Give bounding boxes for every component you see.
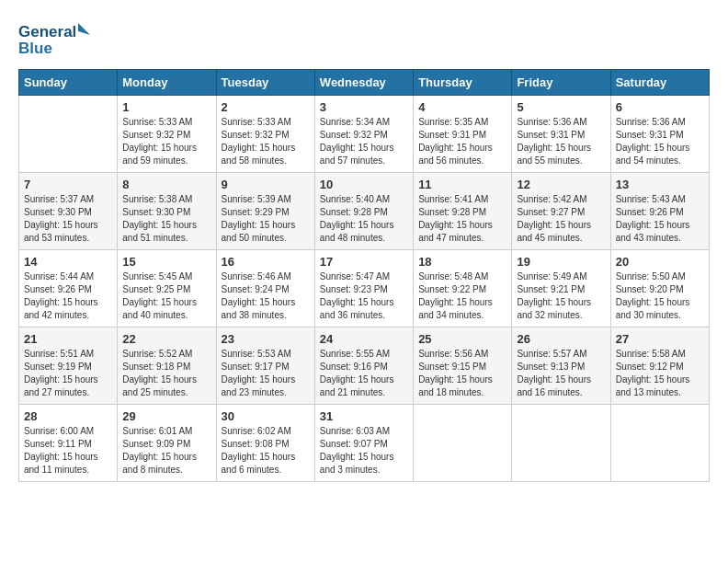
cell-content: Sunrise: 5:39 AM Sunset: 9:29 PM Dayligh… xyxy=(222,193,310,245)
calendar-week-row: 1Sunrise: 5:33 AM Sunset: 9:32 PM Daylig… xyxy=(19,96,710,173)
calendar-cell: 19Sunrise: 5:49 AM Sunset: 9:21 PM Dayli… xyxy=(512,250,610,327)
cell-content: Sunrise: 6:00 AM Sunset: 9:11 PM Dayligh… xyxy=(24,425,112,477)
calendar-cell: 29Sunrise: 6:01 AM Sunset: 9:09 PM Dayli… xyxy=(118,405,216,482)
cell-content: Sunrise: 6:02 AM Sunset: 9:08 PM Dayligh… xyxy=(222,425,310,477)
cell-content: Sunrise: 5:41 AM Sunset: 9:28 PM Dayligh… xyxy=(418,193,506,245)
cell-content: Sunrise: 5:57 AM Sunset: 9:13 PM Dayligh… xyxy=(517,348,605,399)
cell-content: Sunrise: 5:49 AM Sunset: 9:21 PM Dayligh… xyxy=(517,270,605,322)
logo-svg: GeneralBlue xyxy=(18,18,92,60)
day-number: 4 xyxy=(418,100,506,114)
calendar-cell: 10Sunrise: 5:40 AM Sunset: 9:28 PM Dayli… xyxy=(314,173,413,250)
calendar-cell xyxy=(19,96,118,173)
cell-content: Sunrise: 5:56 AM Sunset: 9:15 PM Dayligh… xyxy=(418,348,506,399)
day-number: 1 xyxy=(122,100,210,114)
day-number: 21 xyxy=(24,332,112,346)
cell-content: Sunrise: 6:03 AM Sunset: 9:07 PM Dayligh… xyxy=(320,425,408,477)
calendar-week-row: 21Sunrise: 5:51 AM Sunset: 9:19 PM Dayli… xyxy=(19,327,710,405)
calendar-cell: 18Sunrise: 5:48 AM Sunset: 9:22 PM Dayli… xyxy=(414,250,512,327)
cell-content: Sunrise: 5:37 AM Sunset: 9:30 PM Dayligh… xyxy=(24,193,112,245)
calendar-cell: 5Sunrise: 5:36 AM Sunset: 9:31 PM Daylig… xyxy=(512,96,610,173)
calendar-cell: 9Sunrise: 5:39 AM Sunset: 9:29 PM Daylig… xyxy=(216,173,314,250)
day-number: 15 xyxy=(122,255,210,269)
day-number: 24 xyxy=(320,332,408,346)
header-wednesday: Wednesday xyxy=(314,70,413,96)
header-thursday: Thursday xyxy=(414,70,512,96)
cell-content: Sunrise: 5:46 AM Sunset: 9:24 PM Dayligh… xyxy=(222,270,310,322)
day-number: 11 xyxy=(418,178,506,191)
calendar-cell: 26Sunrise: 5:57 AM Sunset: 9:13 PM Dayli… xyxy=(512,327,610,405)
cell-content: Sunrise: 5:35 AM Sunset: 9:31 PM Dayligh… xyxy=(418,116,506,167)
day-number: 14 xyxy=(24,255,112,269)
day-number: 7 xyxy=(24,178,112,191)
calendar-cell: 11Sunrise: 5:41 AM Sunset: 9:28 PM Dayli… xyxy=(414,173,512,250)
calendar-cell: 8Sunrise: 5:38 AM Sunset: 9:30 PM Daylig… xyxy=(118,173,216,250)
cell-content: Sunrise: 5:33 AM Sunset: 9:32 PM Dayligh… xyxy=(122,116,210,167)
calendar-table: SundayMondayTuesdayWednesdayThursdayFrid… xyxy=(18,69,710,482)
calendar-cell: 22Sunrise: 5:52 AM Sunset: 9:18 PM Dayli… xyxy=(118,327,216,405)
svg-text:General: General xyxy=(18,23,76,40)
calendar-cell: 7Sunrise: 5:37 AM Sunset: 9:30 PM Daylig… xyxy=(19,173,118,250)
cell-content: Sunrise: 5:47 AM Sunset: 9:23 PM Dayligh… xyxy=(320,270,408,322)
day-number: 19 xyxy=(517,255,605,269)
calendar-cell: 17Sunrise: 5:47 AM Sunset: 9:23 PM Dayli… xyxy=(314,250,413,327)
calendar-cell: 20Sunrise: 5:50 AM Sunset: 9:20 PM Dayli… xyxy=(610,250,709,327)
cell-content: Sunrise: 5:58 AM Sunset: 9:12 PM Dayligh… xyxy=(616,348,704,399)
day-number: 3 xyxy=(320,100,408,114)
day-number: 29 xyxy=(122,409,210,423)
calendar-cell: 16Sunrise: 5:46 AM Sunset: 9:24 PM Dayli… xyxy=(216,250,314,327)
day-number: 31 xyxy=(320,409,408,423)
calendar-cell: 14Sunrise: 5:44 AM Sunset: 9:26 PM Dayli… xyxy=(19,250,118,327)
day-number: 8 xyxy=(122,178,210,191)
cell-content: Sunrise: 5:43 AM Sunset: 9:26 PM Dayligh… xyxy=(616,193,704,245)
header-monday: Monday xyxy=(118,70,216,96)
cell-content: Sunrise: 5:45 AM Sunset: 9:25 PM Dayligh… xyxy=(122,270,210,322)
calendar-week-row: 28Sunrise: 6:00 AM Sunset: 9:11 PM Dayli… xyxy=(19,405,710,482)
day-number: 25 xyxy=(418,332,506,346)
cell-content: Sunrise: 5:36 AM Sunset: 9:31 PM Dayligh… xyxy=(517,116,605,167)
calendar-cell: 2Sunrise: 5:33 AM Sunset: 9:32 PM Daylig… xyxy=(216,96,314,173)
calendar-cell: 13Sunrise: 5:43 AM Sunset: 9:26 PM Dayli… xyxy=(610,173,709,250)
day-number: 20 xyxy=(616,255,704,269)
header-friday: Friday xyxy=(512,70,610,96)
day-number: 17 xyxy=(320,255,408,269)
cell-content: Sunrise: 6:01 AM Sunset: 9:09 PM Dayligh… xyxy=(122,425,210,477)
calendar-cell xyxy=(610,405,709,482)
calendar-cell: 30Sunrise: 6:02 AM Sunset: 9:08 PM Dayli… xyxy=(216,405,314,482)
calendar-cell: 15Sunrise: 5:45 AM Sunset: 9:25 PM Dayli… xyxy=(118,250,216,327)
cell-content: Sunrise: 5:50 AM Sunset: 9:20 PM Dayligh… xyxy=(616,270,704,322)
day-number: 5 xyxy=(517,100,605,114)
day-number: 16 xyxy=(222,255,310,269)
day-number: 27 xyxy=(616,332,704,346)
calendar-cell: 23Sunrise: 5:53 AM Sunset: 9:17 PM Dayli… xyxy=(216,327,314,405)
calendar-week-row: 14Sunrise: 5:44 AM Sunset: 9:26 PM Dayli… xyxy=(19,250,710,327)
cell-content: Sunrise: 5:53 AM Sunset: 9:17 PM Dayligh… xyxy=(222,348,310,399)
calendar-cell: 27Sunrise: 5:58 AM Sunset: 9:12 PM Dayli… xyxy=(610,327,709,405)
cell-content: Sunrise: 5:40 AM Sunset: 9:28 PM Dayligh… xyxy=(320,193,408,245)
calendar-cell: 3Sunrise: 5:34 AM Sunset: 9:32 PM Daylig… xyxy=(314,96,413,173)
cell-content: Sunrise: 5:33 AM Sunset: 9:32 PM Dayligh… xyxy=(222,116,310,167)
day-number: 10 xyxy=(320,178,408,191)
header-tuesday: Tuesday xyxy=(216,70,314,96)
day-number: 12 xyxy=(517,178,605,191)
cell-content: Sunrise: 5:55 AM Sunset: 9:16 PM Dayligh… xyxy=(320,348,408,399)
day-number: 22 xyxy=(122,332,210,346)
calendar-header-row: SundayMondayTuesdayWednesdayThursdayFrid… xyxy=(19,70,710,96)
calendar-cell: 25Sunrise: 5:56 AM Sunset: 9:15 PM Dayli… xyxy=(414,327,512,405)
calendar-cell: 12Sunrise: 5:42 AM Sunset: 9:27 PM Dayli… xyxy=(512,173,610,250)
calendar-cell xyxy=(414,405,512,482)
day-number: 18 xyxy=(418,255,506,269)
cell-content: Sunrise: 5:42 AM Sunset: 9:27 PM Dayligh… xyxy=(517,193,605,245)
page-header: GeneralBlue xyxy=(18,18,710,60)
header-saturday: Saturday xyxy=(610,70,709,96)
day-number: 26 xyxy=(517,332,605,346)
day-number: 9 xyxy=(222,178,310,191)
calendar-cell xyxy=(512,405,610,482)
cell-content: Sunrise: 5:51 AM Sunset: 9:19 PM Dayligh… xyxy=(24,348,112,399)
calendar-cell: 31Sunrise: 6:03 AM Sunset: 9:07 PM Dayli… xyxy=(314,405,413,482)
day-number: 6 xyxy=(616,100,704,114)
day-number: 23 xyxy=(222,332,310,346)
calendar-cell: 1Sunrise: 5:33 AM Sunset: 9:32 PM Daylig… xyxy=(118,96,216,173)
calendar-cell: 28Sunrise: 6:00 AM Sunset: 9:11 PM Dayli… xyxy=(19,405,118,482)
cell-content: Sunrise: 5:44 AM Sunset: 9:26 PM Dayligh… xyxy=(24,270,112,322)
logo: GeneralBlue xyxy=(18,18,92,60)
